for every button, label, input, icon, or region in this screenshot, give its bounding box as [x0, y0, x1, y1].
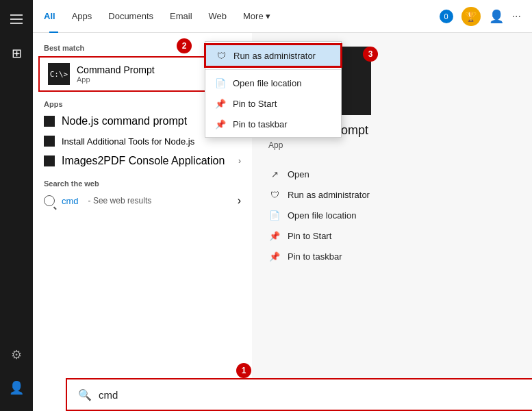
app-name-nodejs: Node.js command prompt	[62, 115, 187, 127]
search-input[interactable]	[99, 389, 532, 401]
badge-3: 3	[363, 47, 378, 62]
ctx-run-admin[interactable]: 🛡 Run as administrator	[205, 45, 341, 66]
web-search-item[interactable]: cmd - See web results ›	[33, 190, 252, 211]
action-pin-taskbar-label: Pin to taskbar	[288, 251, 342, 262]
top-nav: All Apps Documents Email Web More ▾ 0 🏆 …	[33, 0, 532, 33]
badge-1: 1	[236, 363, 251, 378]
action-open[interactable]: ↗ Open	[268, 164, 516, 184]
ctx-open-location[interactable]: 📄 Open file location	[205, 73, 341, 93]
web-chevron-icon: ›	[238, 195, 241, 207]
nav-badge: 0	[440, 10, 453, 23]
action-open-label: Open	[288, 169, 309, 179]
action-location-label: Open file location	[288, 210, 356, 221]
search-bar-icon: 🔍	[78, 388, 92, 401]
tab-web[interactable]: Web	[201, 0, 236, 33]
app-icon-nodejs	[44, 116, 55, 127]
web-sub: - See web results	[88, 196, 152, 206]
hamburger-button[interactable]	[3, 5, 30, 33]
user-icon[interactable]: 👤	[489, 9, 504, 24]
sidebar-home-icon[interactable]: ⊞	[3, 40, 30, 67]
app-icon-images2pdf	[44, 155, 55, 166]
sidebar-user-icon[interactable]: 👤	[3, 374, 30, 401]
web-search-label: Search the web	[33, 177, 252, 190]
location-icon: 📄	[268, 209, 281, 221]
admin-icon: 🛡	[268, 188, 281, 201]
pin-start-icon: 📌	[268, 229, 281, 242]
tab-documents[interactable]: Documents	[100, 0, 162, 33]
cmd-icon: C:\>	[48, 63, 70, 85]
action-run-admin[interactable]: 🛡 Run as administrator	[268, 184, 516, 205]
ctx-run-admin-label: Run as administrator	[233, 51, 316, 61]
ctx-pin-start[interactable]: 📌 Pin to Start	[205, 93, 341, 114]
app-name-images2pdf: Images2PDF Console Application	[62, 155, 225, 167]
ctx-pin-start-label: Pin to Start	[233, 99, 277, 109]
pin-taskbar-icon: 📌	[268, 250, 281, 262]
ctx-pin-start-icon: 📌	[215, 98, 226, 109]
open-icon: ↗	[268, 168, 281, 180]
ctx-location-icon: 📄	[215, 77, 226, 88]
app-item-images2pdf[interactable]: Images2PDF Console Application ›	[33, 151, 252, 171]
ctx-pin-taskbar-label: Pin to taskbar	[233, 119, 288, 129]
ctx-pin-taskbar[interactable]: 📌 Pin to taskbar	[205, 114, 341, 134]
more-chevron-icon: ▾	[266, 11, 270, 21]
ctx-divider	[205, 69, 341, 70]
hamburger-line	[10, 23, 23, 24]
context-menu: 🛡 Run as administrator 📄 Open file locat…	[205, 41, 342, 138]
ctx-location-label: Open file location	[233, 78, 301, 88]
action-open-location[interactable]: 📄 Open file location	[268, 205, 516, 225]
more-label: More	[243, 11, 264, 21]
search-circle-icon	[44, 195, 55, 206]
web-query: cmd	[62, 196, 79, 206]
nav-right: 0 🏆 👤 ···	[440, 7, 521, 26]
action-pin-start-label: Pin to Start	[288, 231, 331, 241]
best-match-text: Command Prompt App	[77, 64, 155, 84]
best-match-name: Command Prompt	[77, 64, 155, 75]
ctx-pin-taskbar-icon: 📌	[215, 119, 226, 129]
action-pin-taskbar[interactable]: 📌 Pin to taskbar	[268, 246, 516, 266]
tab-all[interactable]: All	[44, 0, 64, 33]
app-type: App	[268, 140, 283, 150]
chevron-icon: ›	[238, 156, 241, 166]
sidebar: ⊞ ⚙ 👤	[0, 0, 33, 411]
hamburger-line	[10, 18, 23, 20]
tab-more[interactable]: More ▾	[235, 0, 279, 33]
search-bar: 🔍	[66, 378, 532, 411]
action-list: ↗ Open 🛡 Run as administrator 📄 Open fil…	[268, 164, 516, 266]
tab-apps[interactable]: Apps	[64, 0, 101, 33]
badge-2: 2	[177, 38, 192, 53]
trophy-icon[interactable]: 🏆	[461, 7, 481, 26]
ctx-admin-icon: 🛡	[216, 50, 227, 61]
hamburger-line	[10, 14, 23, 16]
app-name-tools: Install Additional Tools for Node.js	[62, 136, 194, 147]
best-match-type: App	[77, 75, 155, 84]
sidebar-settings-icon[interactable]: ⚙	[3, 341, 30, 369]
sidebar-bottom: ⚙ 👤	[3, 340, 30, 403]
ellipsis-icon[interactable]: ···	[512, 10, 521, 23]
tab-email[interactable]: Email	[162, 0, 201, 33]
action-run-admin-label: Run as administrator	[288, 190, 370, 200]
app-icon-tools	[44, 136, 55, 147]
action-pin-start[interactable]: 📌 Pin to Start	[268, 225, 516, 246]
